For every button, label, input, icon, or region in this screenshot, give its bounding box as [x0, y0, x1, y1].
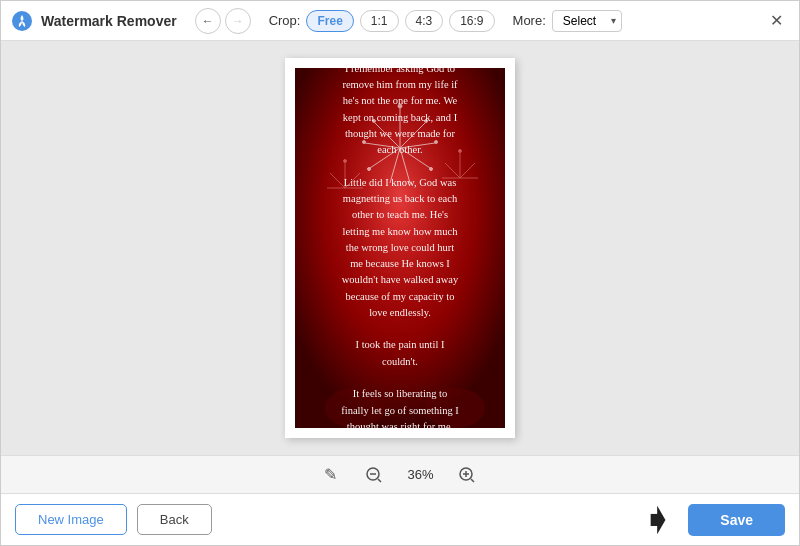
app-title: Watermark Remover: [41, 13, 177, 29]
title-bar-left: Watermark Remover ← → Crop: Free 1:1 4:3…: [11, 8, 763, 34]
nav-back-button[interactable]: ←: [195, 8, 221, 34]
zoom-in-icon: [458, 466, 476, 484]
back-button[interactable]: Back: [137, 504, 212, 535]
crop-section: Crop: Free 1:1 4:3 16:9: [269, 10, 495, 32]
svg-line-35: [378, 479, 381, 482]
save-button[interactable]: Save: [688, 504, 785, 536]
action-left: New Image Back: [15, 504, 212, 535]
nav-forward-button[interactable]: →: [225, 8, 251, 34]
bottom-toolbar: ✎ 36%: [1, 455, 799, 493]
crop-free-button[interactable]: Free: [306, 10, 353, 32]
new-image-button[interactable]: New Image: [15, 504, 127, 535]
action-right: ➧ Save: [642, 502, 785, 538]
crop-label: Crop:: [269, 13, 301, 28]
zoom-out-button[interactable]: [361, 462, 387, 488]
action-bar: New Image Back ➧ Save: [1, 493, 799, 545]
arrow-icon: ➧: [642, 502, 672, 538]
image-content: I remember asking God toremove him from …: [295, 68, 505, 428]
hand-tool-button[interactable]: ✎: [320, 461, 341, 488]
hand-icon: ✎: [324, 465, 337, 484]
nav-arrows: ← →: [195, 8, 251, 34]
crop-4-3-button[interactable]: 4:3: [405, 10, 444, 32]
zoom-out-icon: [365, 466, 383, 484]
app-logo-icon: [11, 10, 33, 32]
svg-line-39: [471, 479, 474, 482]
more-select[interactable]: Select: [552, 10, 622, 32]
image-frame: I remember asking God toremove him from …: [285, 58, 515, 438]
more-section: More: Select: [513, 10, 622, 32]
close-button[interactable]: ✕: [763, 8, 789, 34]
crop-16-9-button[interactable]: 16:9: [449, 10, 494, 32]
image-text-content: I remember asking God toremove him from …: [327, 68, 473, 428]
more-label: More:: [513, 13, 546, 28]
nav-forward-icon: →: [232, 14, 244, 28]
nav-back-icon: ←: [202, 14, 214, 28]
crop-1-1-button[interactable]: 1:1: [360, 10, 399, 32]
canvas-area: I remember asking God toremove him from …: [1, 41, 799, 455]
zoom-level: 36%: [407, 467, 433, 482]
select-wrapper: Select: [552, 10, 622, 32]
zoom-in-button[interactable]: [454, 462, 480, 488]
title-bar: Watermark Remover ← → Crop: Free 1:1 4:3…: [1, 1, 799, 41]
close-icon: ✕: [770, 11, 783, 30]
